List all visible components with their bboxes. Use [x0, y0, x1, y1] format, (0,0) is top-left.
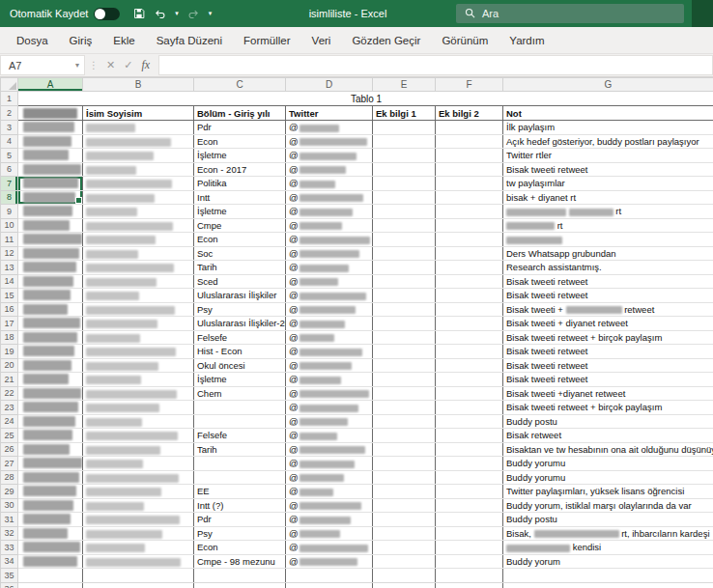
cell-F3[interactable]: [436, 121, 503, 135]
cell-A12[interactable]: [18, 246, 83, 261]
cell-C18[interactable]: Felsefe: [194, 330, 286, 345]
cell-G5[interactable]: Twitter rtler: [503, 149, 713, 163]
cell-C25[interactable]: Felsefe: [194, 429, 286, 443]
cell-D16[interactable]: @: [286, 302, 373, 317]
cell-B20[interactable]: [83, 358, 194, 373]
cell-A13[interactable]: [18, 261, 83, 275]
cell-A6[interactable]: [18, 162, 83, 177]
cell-F30[interactable]: [436, 498, 503, 513]
cell-D36[interactable]: [286, 582, 373, 588]
cell-F32[interactable]: [436, 526, 503, 541]
cell-B2[interactable]: İsim Soyisim: [83, 106, 194, 121]
cell-C9[interactable]: İşletme: [194, 205, 286, 219]
cell-E26[interactable]: [373, 442, 436, 457]
row-header-21[interactable]: 21: [1, 373, 18, 387]
cell-E25[interactable]: [373, 429, 436, 443]
cell-F20[interactable]: [436, 358, 503, 373]
column-header-E[interactable]: E: [373, 78, 436, 92]
cell-B35[interactable]: [83, 569, 194, 583]
redo-icon[interactable]: [187, 8, 200, 19]
cell-G8[interactable]: bisak + diyanet rt: [503, 190, 713, 205]
cell-B9[interactable]: [83, 205, 194, 219]
cell-D13[interactable]: @: [286, 261, 373, 275]
cell-F24[interactable]: [436, 414, 503, 429]
column-header-B[interactable]: B: [83, 78, 194, 92]
row-header-3[interactable]: 3: [1, 121, 18, 135]
cell-C6[interactable]: Econ - 2017: [194, 162, 286, 177]
cell-F2[interactable]: Ek bilgi 2: [436, 106, 503, 121]
cell-E7[interactable]: [373, 177, 436, 191]
cell-G10[interactable]: rt: [503, 218, 713, 233]
cell-F11[interactable]: [436, 233, 503, 247]
ribbon-tab-t7[interactable]: Görünüm: [431, 27, 499, 54]
cell-D9[interactable]: @: [286, 205, 373, 219]
cell-D4[interactable]: @: [286, 134, 373, 149]
cell-G4[interactable]: Açık hedef gösteriyor, buddy postları pa…: [503, 134, 713, 149]
confirm-entry-icon[interactable]: ✓: [124, 59, 132, 71]
cell-C28[interactable]: [194, 470, 286, 485]
cell-F15[interactable]: [436, 289, 503, 303]
cell-D3[interactable]: @: [286, 121, 373, 135]
cell-B3[interactable]: [83, 121, 194, 135]
row-header-24[interactable]: 24: [1, 414, 18, 429]
cell-C35[interactable]: [194, 569, 286, 583]
row-header-34[interactable]: 34: [1, 554, 18, 569]
row-header-22[interactable]: 22: [1, 386, 18, 401]
ribbon-tab-t3[interactable]: Sayfa Düzeni: [146, 27, 233, 54]
cell-G36[interactable]: [503, 582, 713, 588]
cell-A2[interactable]: [18, 106, 83, 121]
cell-B31[interactable]: [83, 513, 194, 527]
cell-G29[interactable]: Twitter paylaşımları, yüksek lisans öğre…: [503, 485, 713, 499]
cell-D32[interactable]: @: [286, 526, 373, 541]
cell-E31[interactable]: [373, 513, 436, 527]
cell-F22[interactable]: [436, 386, 503, 401]
row-header-18[interactable]: 18: [1, 330, 18, 345]
cell-A25[interactable]: [18, 429, 83, 443]
cell-G19[interactable]: Bisak tweeti retweet: [503, 345, 713, 359]
cell-E16[interactable]: [373, 302, 436, 317]
row-header-26[interactable]: 26: [1, 442, 18, 457]
row-header-16[interactable]: 16: [1, 302, 18, 317]
cell-A31[interactable]: [18, 513, 83, 527]
cell-F27[interactable]: [436, 457, 503, 471]
cell-C13[interactable]: Tarih: [194, 261, 286, 275]
cell-C30[interactable]: Intt (?): [194, 498, 286, 513]
cell-F35[interactable]: [436, 569, 503, 583]
cell-A20[interactable]: [18, 358, 83, 373]
cell-G2[interactable]: Not: [503, 106, 713, 121]
row-header-28[interactable]: 28: [1, 470, 18, 485]
cell-C26[interactable]: Tarih: [194, 442, 286, 457]
cell-E29[interactable]: [373, 485, 436, 499]
cell-C36[interactable]: [194, 582, 286, 588]
cell-D26[interactable]: @: [286, 442, 373, 457]
cell-A19[interactable]: [18, 345, 83, 359]
cell-A36[interactable]: [18, 582, 83, 588]
cell-C10[interactable]: Cmpe: [194, 218, 286, 233]
search-box[interactable]: Ara: [456, 4, 684, 23]
cell-C34[interactable]: Cmpe - 98 mezunu: [194, 554, 286, 569]
cell-E34[interactable]: [373, 554, 436, 569]
autosave-toggle[interactable]: Otomatik Kaydet: [0, 8, 129, 20]
cell-B13[interactable]: [83, 261, 194, 275]
cell-D31[interactable]: @: [286, 513, 373, 527]
cell-D14[interactable]: @: [286, 274, 373, 289]
cell-B29[interactable]: [83, 485, 194, 499]
cell-G34[interactable]: Buddy yorum: [503, 554, 713, 569]
cell-B22[interactable]: [83, 386, 194, 401]
cell-D30[interactable]: @: [286, 498, 373, 513]
cell-F26[interactable]: [436, 442, 503, 457]
cell-G18[interactable]: Bisak tweeti retweet + birçok paylaşım: [503, 330, 713, 345]
cell-A24[interactable]: [18, 414, 83, 429]
cell-A1-table-title[interactable]: Tablo 1: [18, 92, 713, 106]
cell-D34[interactable]: @: [286, 554, 373, 569]
cell-C8[interactable]: Intt: [194, 190, 286, 205]
row-header-36[interactable]: 36: [1, 582, 18, 588]
cell-F9[interactable]: [436, 205, 503, 219]
cell-G28[interactable]: Buddy yorumu: [503, 470, 713, 485]
row-header-8[interactable]: 8: [1, 190, 18, 205]
cell-B15[interactable]: [83, 289, 194, 303]
row-header-35[interactable]: 35: [1, 569, 18, 583]
cell-B25[interactable]: [83, 429, 194, 443]
ribbon-tab-file[interactable]: Dosya: [6, 27, 59, 54]
cell-B17[interactable]: [83, 317, 194, 331]
